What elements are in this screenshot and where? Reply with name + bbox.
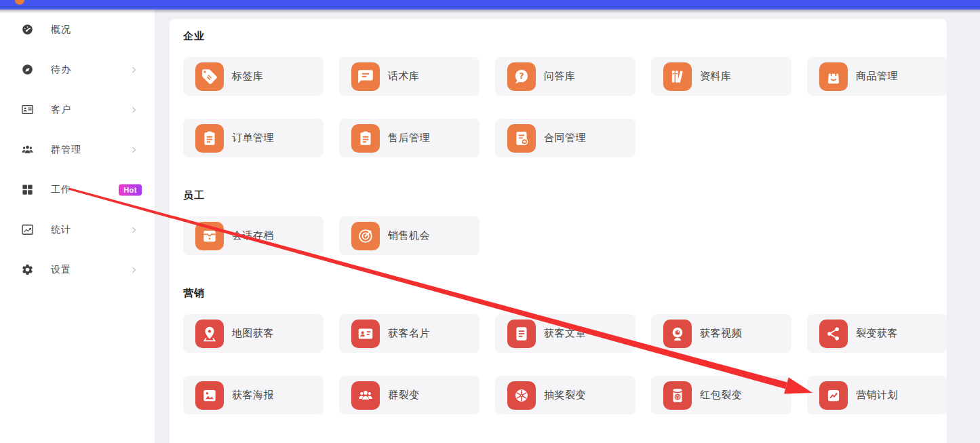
topbar [0,0,980,9]
logo-circle-icon [15,0,24,5]
svg-text:?: ? [519,71,524,81]
app-card-lead-business-card[interactable]: 获客名片 [339,314,479,353]
contact-card-icon [20,103,34,117]
card-grid: 会话存档销售机会 [183,216,947,255]
chevron-right-icon [130,265,138,274]
section-staff: 员工会话存档销售机会 [183,190,947,255]
app-card-label: 营销计划 [856,389,898,402]
app-card-label: 群裂变 [388,389,420,402]
app-card-sales-opportunity[interactable]: 销售机会 [339,216,479,255]
hot-badge: Hot [119,184,142,195]
sidebar-item-overview[interactable]: 概况 [0,9,155,50]
grid-icon [20,183,34,197]
app-card-label: 话术库 [388,70,420,83]
app-card-map-leads[interactable]: 地图获客 [183,314,324,353]
app-card-label: 获客海报 [232,389,274,402]
target-icon [351,222,380,250]
app-card-qa-library[interactable]: ?问答库 [495,57,635,96]
app-card-lead-poster[interactable]: 获客海报 [183,376,324,415]
sidebar-item-todo[interactable]: 待办 [0,50,155,90]
red-packet-icon: ¥ [663,381,692,410]
tag-icon [195,62,224,91]
app-card-group-fission[interactable]: 群裂变 [339,376,479,415]
app-card-resource-library[interactable]: 资料库 [651,57,791,96]
app-card-label: 标签库 [232,70,264,83]
webcam-icon [663,320,692,348]
section-enterprise: 企业标签库话术库?问答库资料库商品管理订单管理售后管理★合同管理 [183,31,947,157]
svg-text:★: ★ [522,138,526,145]
section-title: 员工 [183,190,947,201]
map-pin-icon [195,320,224,348]
app-card-lead-video[interactable]: 获客视频 [651,314,791,353]
app-card-script-library[interactable]: 话术库 [339,57,479,96]
clipboard-icon [195,124,224,153]
app-card-session-archive[interactable]: 会话存档 [183,216,324,255]
app-card-contract-management[interactable]: ★合同管理 [495,119,635,157]
group-icon [351,381,380,410]
shopping-bag-icon [819,62,848,91]
section-title: 企业 [183,31,947,41]
article-icon [507,320,536,348]
sidebar: 概况待办客户群管理工作Hot统计设置 [0,9,155,443]
chat-bubble-icon [351,62,380,91]
sidebar-item-work[interactable]: 工作Hot [0,170,155,210]
trend-chart-icon [20,223,34,237]
app-card-label: 获客名片 [388,327,430,340]
sidebar-item-label: 概况 [51,24,71,36]
svg-text:¥: ¥ [676,393,680,400]
share-icon [819,320,848,348]
app-card-aftersales-management[interactable]: 售后管理 [339,119,479,157]
app-card-label: 问答库 [544,70,576,83]
clipboard-icon [351,124,380,153]
card-grid: 地图获客获客名片获客文章获客视频裂变获客获客海报群裂变抽奖裂变¥红包裂变营销计划 [183,314,947,415]
id-card-icon [351,320,380,348]
dashboard-icon [20,23,34,37]
marketing-plan-icon [819,381,848,410]
sidebar-item-label: 统计 [51,224,71,236]
gear-icon [20,263,34,277]
sidebar-item-label: 工作 [51,184,71,196]
app-card-label: 获客文章 [544,327,586,340]
section-marketing: 营销地图获客获客名片获客文章获客视频裂变获客获客海报群裂变抽奖裂变¥红包裂变营销… [183,288,947,415]
sidebar-item-customers[interactable]: 客户 [0,90,155,130]
question-bubble-icon: ? [507,62,536,91]
app-card-label: 合同管理 [544,132,586,145]
chevron-right-icon [130,225,138,234]
sidebar-menu: 概况待办客户群管理工作Hot统计设置 [0,9,155,290]
app-card-label: 红包裂变 [700,389,742,402]
app-card-label: 商品管理 [856,70,898,83]
app-card-lottery-fission[interactable]: 抽奖裂变 [495,376,635,415]
sidebar-item-group-management[interactable]: 群管理 [0,130,155,170]
app-card-label: 会话存档 [232,229,274,242]
app-card-label: 订单管理 [232,132,274,145]
app-card-label: 抽奖裂变 [544,389,586,402]
app-card-label: 获客视频 [700,327,742,340]
sidebar-item-statistics[interactable]: 统计 [0,210,155,250]
app-card-product-management[interactable]: 商品管理 [807,57,947,96]
app-card-lead-article[interactable]: 获客文章 [495,314,635,353]
archive-box-icon [195,222,224,250]
app-card-marketing-plan[interactable]: 营销计划 [807,376,947,415]
app-card-fission-leads[interactable]: 裂变获客 [807,314,947,353]
users-icon [20,143,34,157]
app-card-label: 销售机会 [388,229,430,242]
card-grid: 标签库话术库?问答库资料库商品管理订单管理售后管理★合同管理 [183,57,947,157]
compass-icon [20,63,34,77]
app-card-label: 售后管理 [388,132,430,145]
chevron-right-icon [130,145,138,154]
app-card-label: 地图获客 [232,327,274,340]
section-title: 营销 [183,288,947,298]
sidebar-item-label: 客户 [51,104,71,116]
sidebar-item-label: 群管理 [51,144,81,156]
topbar-shadow [0,9,980,14]
chevron-right-icon [130,65,138,74]
apps-panel: 企业标签库话术库?问答库资料库商品管理订单管理售后管理★合同管理员工会话存档销售… [170,19,947,443]
sidebar-item-settings[interactable]: 设置 [0,250,155,290]
app-card-tag-library[interactable]: 标签库 [183,57,324,96]
books-icon [663,62,692,91]
app-card-label: 资料库 [700,70,732,83]
chevron-right-icon [130,105,138,114]
app-card-order-management[interactable]: 订单管理 [183,119,324,157]
prize-wheel-icon [507,381,536,410]
app-card-red-packet-fission[interactable]: ¥红包裂变 [651,376,791,415]
